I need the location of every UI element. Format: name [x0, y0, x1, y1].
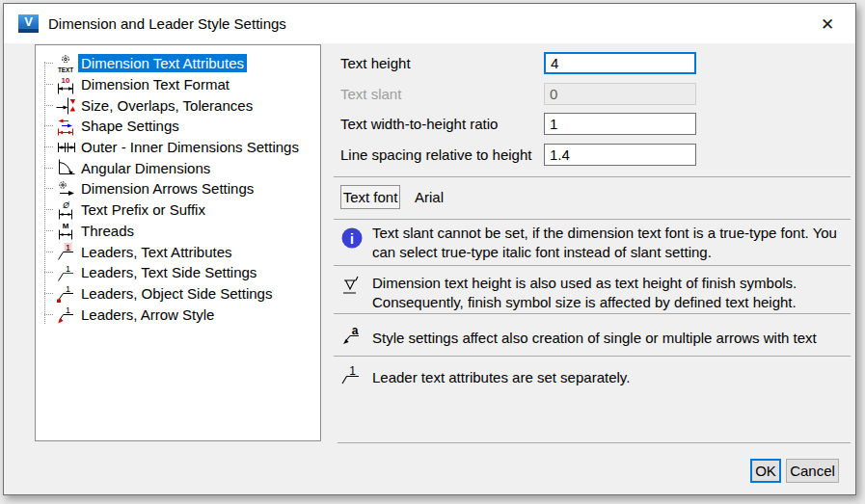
note-finish-symbols: Dimension text height is also used as te… — [372, 274, 847, 311]
tree-item-size-overlaps-tolerances[interactable]: Size, Overlaps, Tolerances — [36, 94, 320, 116]
tree-item-dimension-arrows-settings[interactable]: Dimension Arrows Settings — [36, 178, 320, 199]
svg-text:i: i — [350, 231, 354, 247]
text-font-button[interactable]: Text font — [340, 185, 400, 209]
dialog-window: V Dimension and Leader Style Settings ✕ … — [3, 3, 856, 495]
line-spacing-label: Line spacing relative to height — [340, 144, 531, 166]
leaders-object-side-icon: 1 — [53, 282, 78, 304]
tree-item-label: Dimension Text Format — [78, 75, 232, 93]
title-bar: V Dimension and Leader Style Settings ✕ — [4, 4, 855, 43]
text-height-label: Text height — [340, 52, 411, 74]
dimension-text-format-icon: 10 — [53, 74, 78, 95]
svg-text:10: 10 — [62, 75, 70, 84]
tree-item-shape-settings[interactable]: Shape Settings — [36, 116, 320, 137]
leaders-text-attributes-icon: 1 — [53, 241, 78, 262]
separator — [334, 219, 851, 220]
tree-item-text-prefix-suffix[interactable]: Ø Text Prefix or Suffix — [36, 199, 320, 221]
ok-button[interactable]: OK — [750, 459, 781, 483]
text-height-input[interactable] — [544, 52, 696, 74]
svg-text:1: 1 — [66, 243, 70, 252]
cancel-button[interactable]: Cancel — [786, 459, 839, 483]
width-to-height-ratio-input[interactable] — [544, 113, 696, 135]
tree-item-label: Outer - Inner Dimensions Settings — [78, 138, 302, 156]
tree-item-label: Text Prefix or Suffix — [78, 200, 208, 219]
separator — [334, 313, 851, 314]
separator — [334, 176, 851, 177]
outer-inner-dimensions-icon — [53, 137, 78, 158]
svg-text:M: M — [63, 222, 69, 230]
threads-icon: M — [53, 220, 78, 241]
dimension-text-attributes-icon: TEXT — [53, 53, 78, 74]
svg-text:1: 1 — [66, 284, 70, 294]
arrow-with-text-icon: a — [340, 325, 365, 350]
tree-item-label: Shape Settings — [78, 117, 182, 135]
tree-item-angular-dimensions[interactable]: Angular Dimensions — [36, 157, 320, 178]
varicad-logo-icon: V — [18, 14, 39, 33]
settings-category-list: TEXT Dimension Text Attributes 10 Dimens… — [35, 44, 321, 441]
tree-item-label: Size, Overlaps, Tolerances — [78, 96, 256, 115]
svg-text:1: 1 — [66, 264, 70, 274]
text-slant-label: Text slant — [340, 83, 401, 105]
text-prefix-suffix-icon: Ø — [53, 199, 78, 221]
tree-item-threads[interactable]: M Threads — [36, 221, 320, 242]
note-text-slant: Text slant cannot be set, if the dimensi… — [372, 224, 847, 261]
tree-item-label: Leaders, Text Side Settings — [78, 263, 259, 281]
tree-item-label: Leaders, Arrow Style — [78, 305, 217, 324]
close-icon[interactable]: ✕ — [814, 12, 841, 37]
svg-text:1: 1 — [66, 305, 70, 315]
separator — [338, 442, 851, 443]
leaders-text-side-icon: 1 — [53, 262, 78, 283]
tree-item-leaders-object-side[interactable]: 1 Leaders, Object Side Settings — [36, 283, 320, 305]
tree-item-label: Dimension Text Attributes — [78, 54, 247, 72]
angular-dimensions-icon — [53, 157, 78, 178]
text-slant-input — [544, 83, 696, 105]
tree-item-label: Leaders, Object Side Settings — [78, 284, 275, 303]
tree-item-label: Angular Dimensions — [78, 159, 213, 177]
tree-item-label: Threads — [78, 222, 137, 240]
window-title: Dimension and Leader Style Settings — [48, 15, 286, 32]
svg-text:Ø: Ø — [62, 200, 70, 210]
svg-text:TEXT: TEXT — [58, 66, 73, 72]
width-to-height-ratio-label: Text width-to-height ratio — [340, 113, 498, 135]
size-overlaps-tolerances-icon — [53, 94, 78, 116]
info-icon: i — [340, 226, 365, 252]
tree-item-label: Leaders, Text Attributes — [78, 243, 234, 261]
shape-settings-icon — [53, 116, 78, 137]
tree-item-outer-inner-dimensions[interactable]: Outer - Inner Dimensions Settings — [36, 137, 320, 158]
tree-item-leaders-text-attributes[interactable]: 1 Leaders, Text Attributes — [36, 241, 320, 262]
tree-item-leaders-arrow-style[interactable]: 1 Leaders, Arrow Style — [36, 304, 320, 325]
tree-item-leaders-text-side[interactable]: 1 Leaders, Text Side Settings — [36, 262, 320, 283]
finish-symbol-icon — [340, 274, 365, 299]
note-leader-attributes: Leader text attributes are set separatel… — [372, 368, 847, 387]
svg-text:1: 1 — [349, 364, 356, 378]
leaders-arrow-style-icon: 1 — [53, 304, 78, 325]
line-spacing-input[interactable] — [544, 144, 696, 166]
note-arrows-with-text: Style settings affect also creation of s… — [372, 329, 847, 348]
tree-item-dimension-text-attributes[interactable]: TEXT Dimension Text Attributes — [36, 53, 320, 74]
tree-item-dimension-text-format[interactable]: 10 Dimension Text Format — [36, 74, 320, 95]
text-font-value: Arial — [415, 185, 444, 209]
tree-item-label: Dimension Arrows Settings — [78, 179, 257, 198]
svg-text:a: a — [352, 325, 359, 337]
separator — [334, 356, 851, 357]
separator — [334, 265, 851, 266]
dimension-arrows-settings-icon — [53, 178, 78, 199]
leader-icon: 1 — [340, 364, 365, 389]
